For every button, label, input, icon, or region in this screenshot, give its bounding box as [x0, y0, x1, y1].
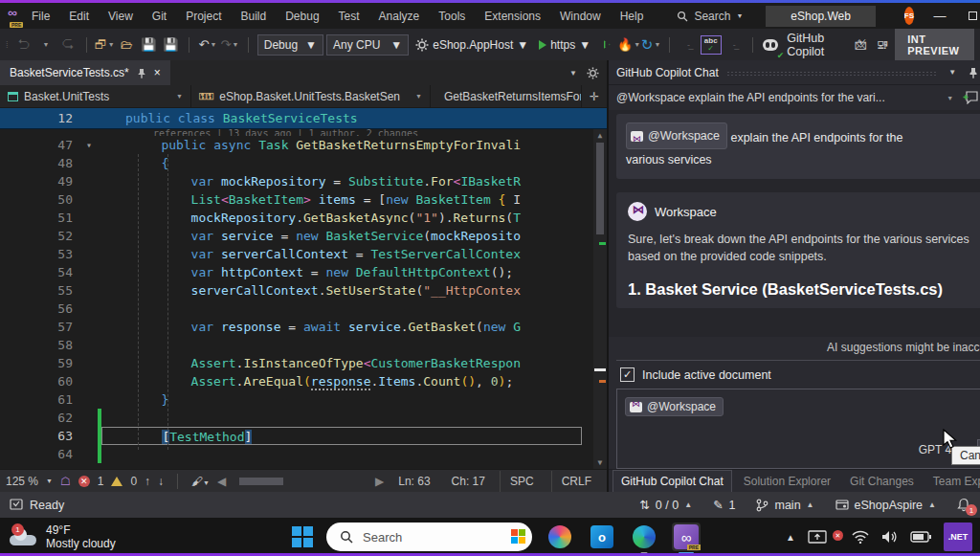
tray-overflow-chevron[interactable]: ▲ — [786, 532, 795, 543]
sticky-scroll-line[interactable]: 12 public class BasketServiceTests — [0, 108, 607, 129]
chat-input[interactable]: @Workspace GPT 4o ▼ × — [616, 389, 980, 469]
new-project-icon[interactable]: 🗗▼ — [95, 33, 114, 56]
repository-selector[interactable]: eShopAspire▲ — [835, 499, 937, 512]
close-tab-icon[interactable]: × — [154, 66, 161, 79]
code-line[interactable]: 51mockRepository.GetBasketAsync("1").Ret… — [0, 209, 607, 227]
scrollbar-thumb[interactable] — [239, 478, 283, 485]
sync-commits-button[interactable]: ⇅0 / 0▲ — [639, 498, 692, 512]
fold-chevron-icon[interactable]: ▾ — [80, 136, 98, 154]
menu-file[interactable]: File — [23, 6, 58, 27]
code-line[interactable]: 49var mockRepository = Substitute.For<IB… — [0, 172, 607, 190]
start-debugging-button[interactable]: https▼ — [535, 38, 594, 52]
user-message[interactable]: @Workspace explain the API endpoints for… — [616, 114, 980, 179]
split-window-icon[interactable]: ✛ — [582, 90, 607, 103]
prev-issue-icon[interactable]: ↑ — [145, 475, 150, 488]
dotnet-badge-icon[interactable]: .NET — [944, 523, 972, 551]
code-line[interactable]: 58 — [0, 336, 607, 354]
menu-tools[interactable]: Tools — [430, 6, 474, 27]
save-icon[interactable]: 💾 — [139, 33, 158, 56]
code-line[interactable]: 48{ — [0, 154, 607, 172]
tab-list-dropdown-icon[interactable]: ▼ — [569, 69, 577, 78]
start-button[interactable] — [292, 526, 313, 547]
pin-icon[interactable] — [969, 67, 980, 78]
pin-icon[interactable] — [137, 68, 146, 78]
code-line[interactable]: 60Assert.AreEqual(response.Items.Count()… — [0, 372, 607, 390]
breadcrumb-type[interactable]: ⚿⚿ eShop.Basket.UnitTests.BasketSen▼ — [191, 85, 431, 107]
include-active-document-checkbox[interactable]: ✓ — [620, 367, 635, 382]
tab-team-explorer[interactable]: Team Explorer — [925, 471, 980, 492]
input-workspace-chip[interactable]: @Workspace — [625, 397, 724, 416]
weather-widget[interactable]: 1 49°F Mostly cloudy — [10, 523, 116, 550]
breadcrumb-project[interactable]: Basket.UnitTests▼ — [0, 85, 191, 107]
panel-title-bar[interactable]: GitHub Copilot Chat ▼ × — [609, 60, 980, 85]
line-ending-indicator[interactable]: CRLF — [551, 471, 601, 492]
line-indicator[interactable]: Ln: 63 — [391, 475, 436, 488]
code-line[interactable]: 64 — [0, 445, 607, 463]
solution-configuration-dropdown[interactable]: Debug▼ — [257, 34, 323, 56]
menu-view[interactable]: View — [100, 6, 142, 27]
tab-git-changes[interactable]: Git Changes — [842, 471, 922, 492]
warning-count[interactable]: 0 — [130, 475, 137, 488]
startup-project-dropdown[interactable]: eShop.AppHost▼ — [412, 38, 532, 52]
menu-test[interactable]: Test — [330, 6, 368, 27]
github-copilot-icon[interactable]: ✔ — [761, 33, 780, 56]
menu-debug[interactable]: Debug — [277, 6, 327, 27]
refresh-icon[interactable]: ↻▼ — [641, 33, 660, 56]
outdent-icon[interactable]: ·· ̲ — [724, 33, 744, 56]
hot-reload-icon[interactable]: 🔥▼ — [619, 33, 638, 56]
menu-edit[interactable]: Edit — [60, 6, 98, 27]
toolbar-grip[interactable]: ⁞ — [6, 40, 8, 50]
chevron-down-icon[interactable]: ▼ — [36, 33, 56, 56]
tab-solution-explorer[interactable]: Solution Explorer — [736, 471, 838, 492]
code-line[interactable]: 54var httpContext = new DefaultHttpConte… — [0, 263, 607, 281]
indent-icon[interactable]: ·· ̲ — [679, 33, 698, 56]
intellisense-icon[interactable]: ☖ — [60, 475, 71, 488]
drag-handle[interactable] — [726, 71, 936, 77]
share-icon[interactable]: 🖄 — [851, 33, 870, 56]
space-mode-indicator[interactable]: SPC — [500, 471, 544, 492]
code-line[interactable]: 47▾public async Task GetBasketReturnsEmp… — [0, 136, 607, 154]
speaker-icon[interactable] — [881, 530, 898, 544]
code-line[interactable]: 59Assert.IsInstanceOfType<CustomerBasket… — [0, 354, 607, 372]
code-cleanup-icon[interactable]: 🖌▼ — [191, 475, 210, 488]
account-avatar[interactable]: FS — [904, 7, 914, 25]
background-tasks-icon[interactable] — [10, 499, 24, 511]
wifi-icon[interactable] — [852, 530, 869, 544]
codelens-info[interactable]: references | 13 days ago | 1 author, 2 c… — [0, 129, 607, 136]
zoom-control[interactable]: 125 %▼ — [6, 475, 53, 488]
code-line[interactable]: 62 — [0, 409, 607, 427]
menu-window[interactable]: Window — [551, 6, 610, 27]
menu-analyze[interactable]: Analyze — [370, 6, 429, 27]
code-line[interactable]: 55serverCallContext.SetUserState("__Http… — [0, 281, 607, 300]
tab-options-gear-icon[interactable] — [587, 67, 599, 79]
branch-selector[interactable]: main▲ — [756, 499, 813, 512]
document-tab[interactable]: BasketServiceTests.cs* × — [0, 60, 170, 85]
code-line[interactable]: 61} — [0, 390, 607, 409]
taskbar-search[interactable]: Search — [326, 523, 532, 551]
new-chat-icon[interactable] — [963, 91, 980, 104]
spell-checker-toggle[interactable]: abc✓ — [701, 35, 722, 55]
live-share-icon[interactable]: 🖳 — [873, 33, 892, 56]
maximize-button[interactable] — [956, 5, 980, 28]
taskbar-outlook-icon[interactable]: o — [588, 523, 616, 551]
menu-git[interactable]: Git — [144, 6, 175, 27]
navigate-forward-icon[interactable]: ⮎ — [58, 33, 78, 56]
scroll-right-icon[interactable]: ▶ — [375, 475, 384, 488]
start-without-debugging-icon[interactable] — [597, 33, 616, 56]
include-active-document-row[interactable]: ✓ Include active document — [616, 361, 980, 389]
code-line[interactable]: 52var service = new BasketService(mockRe… — [0, 227, 607, 245]
scroll-left-icon[interactable]: ◀ — [217, 475, 226, 488]
navigate-back-icon[interactable]: ⮌ — [14, 33, 33, 56]
horizontal-scrollbar[interactable]: ◀ ▶ — [217, 477, 384, 486]
undo-icon[interactable]: ↶▼ — [198, 33, 217, 56]
title-search[interactable]: Search ▼ — [667, 7, 752, 26]
error-count[interactable]: 1 — [98, 475, 104, 488]
github-copilot-label[interactable]: GitHub Copilot — [787, 32, 844, 58]
taskbar-edge-icon[interactable] — [630, 523, 658, 551]
breadcrumb-member[interactable]: GetBasketReturnsItemsForValidUs▼ — [431, 85, 582, 107]
menu-extensions[interactable]: Extensions — [476, 6, 549, 27]
code-line[interactable]: 50List<BasketItem> items = [new BasketIt… — [0, 190, 607, 209]
open-folder-icon[interactable]: 🗁 — [117, 33, 136, 56]
battery-icon[interactable] — [910, 531, 931, 543]
pending-changes-button[interactable]: ✎1 — [713, 498, 735, 512]
